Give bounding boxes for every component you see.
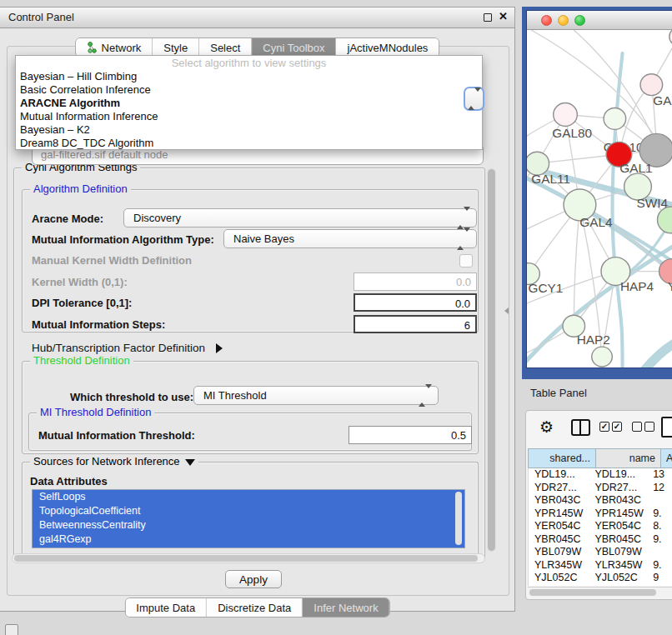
table-row[interactable]: YBR043CYBR043C — [529, 494, 672, 508]
table-cell: YDR27... — [529, 482, 589, 495]
show-columns-icon[interactable] — [571, 419, 590, 436]
manual-kernel-checkbox[interactable] — [459, 254, 473, 268]
network-edge[interactable] — [531, 30, 654, 136]
splitpane-resize-icon[interactable] — [504, 308, 509, 314]
network-node-swi4[interactable] — [657, 207, 672, 233]
select-all-checkbox-icon[interactable]: ✓ — [599, 422, 609, 432]
network-view-window: GALGAL80GAL10GAL1GAL11SWI4GAL4GCY1HAP4YH… — [522, 7, 672, 379]
export-table-icon[interactable] — [661, 417, 672, 438]
deselect-all-checkbox-icon[interactable] — [644, 422, 654, 432]
tab-select[interactable]: Select — [199, 38, 252, 57]
table-row[interactable]: YDL19...YDL19...13 — [529, 468, 672, 482]
table-row[interactable]: YLR345WYLR345W9. — [529, 559, 672, 572]
group-title: Algorithm Definition — [30, 182, 131, 195]
tab-style[interactable]: Style — [153, 38, 199, 57]
control-panel-titlebar[interactable]: Control Panel ✕ — [0, 8, 514, 28]
table-row[interactable]: YJL052CYJL052C9 — [529, 572, 672, 585]
data-attribute-option[interactable]: SelfLoops — [33, 490, 464, 504]
network-edge[interactable] — [644, 338, 672, 368]
network-canvas[interactable]: GALGAL80GAL10GAL1GAL11SWI4GAL4GCY1HAP4YH… — [527, 30, 672, 368]
tab-infer-network[interactable]: Infer Network — [303, 598, 389, 617]
group-title: MI Threshold Definition — [37, 406, 154, 418]
algorithm-option-bayesian-k2[interactable]: Bayesian – K2 — [16, 123, 482, 137]
settings-horizontal-scrollbar[interactable] — [12, 553, 485, 563]
table-cell: 8. — [647, 520, 672, 533]
mi-threshold-label: Mutual Information Threshold: — [38, 429, 195, 442]
float-window-icon[interactable] — [484, 13, 492, 22]
which-threshold-select[interactable]: MI Threshold — [193, 386, 439, 405]
column-header-shared-[interactable]: shared... — [528, 448, 595, 468]
apply-button[interactable]: Apply — [225, 570, 282, 588]
table-cell: YDR27... — [589, 482, 647, 495]
network-node-gal[interactable] — [640, 74, 663, 96]
table-cell: 9. — [647, 533, 672, 547]
network-node-gal10[interactable] — [604, 108, 626, 130]
scrollbar-thumb[interactable] — [488, 169, 495, 551]
network-graph[interactable]: GALGAL80GAL10GAL1GAL11SWI4GAL4GCY1HAP4YH… — [527, 30, 672, 368]
sources-expander[interactable]: Sources for Network Inference — [30, 455, 198, 468]
scrollbar-thumb[interactable] — [14, 555, 478, 562]
table-cell: YLR345W — [589, 559, 647, 572]
table-row[interactable]: YPR145WYPR145W9. — [529, 508, 672, 521]
table-cell: YBR045C — [589, 533, 647, 547]
dpi-tolerance-label: DPI Tolerance [0,1]: — [32, 297, 132, 309]
close-icon[interactable]: ✕ — [499, 10, 508, 22]
settings-vertical-scrollbar[interactable] — [487, 168, 496, 552]
table-row[interactable]: YBR045CYBR045C9. — [529, 533, 672, 547]
tab-jactivemnodules[interactable]: jActiveMNodules — [337, 38, 439, 57]
mi-steps-field[interactable]: 6 — [354, 315, 477, 333]
table-rows: YDL19...YDL19...13YDR27...YDR27...12YBR0… — [528, 468, 672, 586]
deselect-all-checkbox-icon[interactable] — [632, 422, 642, 432]
algorithm-option-basic-correlation-inference[interactable]: Basic Correlation Inference — [16, 83, 482, 97]
column-header-name[interactable]: name — [595, 448, 660, 468]
network-window-titlebar[interactable] — [527, 11, 672, 30]
table-row[interactable]: YER054CYER054C8. — [529, 520, 672, 533]
algorithm-option-mutual-information-inference[interactable]: Mutual Information Inference — [16, 110, 482, 123]
minimized-panel-icon[interactable] — [5, 624, 18, 635]
table-row[interactable]: YBL079WYBL079W — [529, 546, 672, 559]
table-toolbar: ⚙ ✓ ✓ — [526, 416, 672, 442]
dropdown-placeholder: Select algorithm to view settings — [16, 56, 482, 70]
data-attributes-list[interactable]: SelfLoopsTopologicalCoefficientBetweenne… — [32, 489, 465, 548]
node-label: GAL1 — [619, 161, 652, 175]
dpi-tolerance-field[interactable]: 0.0 — [354, 293, 477, 312]
window-minimize-button[interactable] — [558, 15, 569, 26]
select-all-checkbox-icon[interactable]: ✓ — [612, 422, 622, 432]
table-row[interactable]: YDR27...YDR27...12 — [529, 482, 672, 495]
tab-network[interactable]: Network — [76, 38, 153, 57]
algorithm-option-bayesian-hill-climbing[interactable]: Bayesian – Hill Climbing — [16, 70, 482, 83]
window-zoom-button[interactable] — [574, 15, 585, 26]
node-label: GAL4 — [579, 215, 612, 229]
aracne-mode-select[interactable]: Discovery — [123, 208, 477, 228]
tab-label: Network — [102, 42, 142, 54]
algorithm-option-dream8-dc-tdc-algorithm[interactable]: Dream8 DC_TDC Algorithm — [16, 137, 482, 150]
network-node-gal80[interactable] — [554, 103, 578, 127]
hub-expander[interactable]: Hub/Transcription Factor Definition — [32, 340, 223, 355]
algorithm-option-aracne-algorithm[interactable]: ARACNE Algorithm — [16, 97, 482, 110]
column-header-a[interactable]: A — [660, 448, 672, 468]
gear-icon[interactable]: ⚙ — [539, 418, 554, 437]
table-horizontal-scrollbar[interactable] — [528, 587, 672, 598]
kernel-width-label: Kernel Width (0,1): — [32, 276, 128, 288]
network-edge[interactable] — [613, 53, 623, 368]
tab-cyni-toolbox[interactable]: Cyni Toolbox — [252, 38, 336, 57]
scrollbar-thumb[interactable] — [529, 589, 656, 596]
focused-combo-stepper[interactable] — [464, 87, 484, 111]
data-attribute-option[interactable]: gal4RGexp — [33, 532, 464, 547]
attribute-list-scrollbar[interactable] — [455, 492, 462, 545]
mi-steps-label: Mutual Information Steps: — [32, 318, 165, 331]
table-cell: 9. — [647, 559, 672, 572]
tab-label: jActiveMNodules — [348, 42, 429, 54]
tab-label: Select — [210, 42, 240, 54]
window-close-button[interactable] — [541, 15, 552, 26]
table-panel-body: ⚙ ✓ ✓ shared...nameA YDL19...YDL19...13Y… — [525, 410, 672, 600]
data-attribute-option[interactable]: BetweennessCentrality — [33, 518, 464, 532]
kernel-width-field[interactable]: 0.0 — [354, 272, 477, 291]
data-attribute-option[interactable]: TopologicalCoefficient — [33, 504, 464, 518]
tab-impute-data[interactable]: Impute Data — [125, 598, 207, 617]
mi-algorithm-type-select[interactable]: Naive Bayes — [223, 229, 477, 248]
mi-threshold-field[interactable]: 0.5 — [349, 426, 472, 444]
tab-label: Style — [163, 42, 188, 54]
tab-discretize-data[interactable]: Discretize Data — [207, 598, 303, 617]
network-node[interactable] — [592, 347, 613, 367]
